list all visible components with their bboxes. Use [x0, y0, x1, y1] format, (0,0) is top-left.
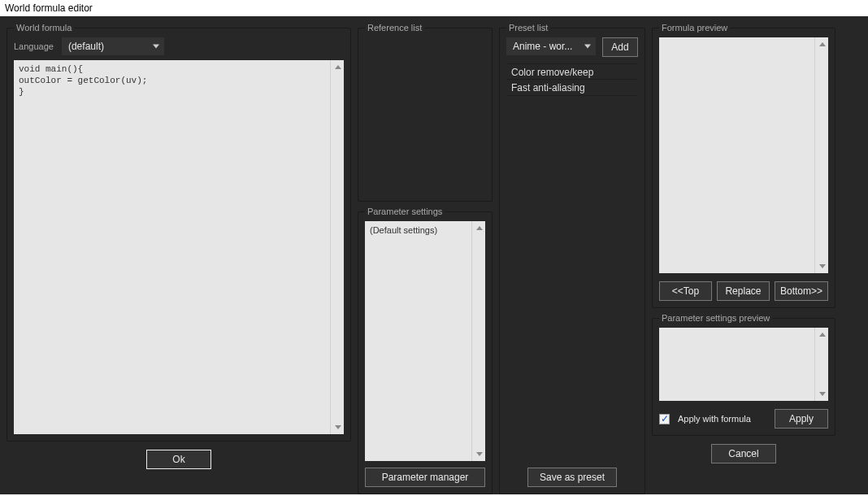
scrollbar[interactable]	[471, 221, 485, 461]
preset-dropdown[interactable]: Anime - wor...	[506, 37, 596, 55]
parameter-settings-preview-panel: Parameter settings preview ✓ Apply with …	[652, 313, 835, 436]
language-label: Language	[14, 41, 54, 51]
reference-list-panel: Reference list Here is the list of varia…	[358, 23, 493, 202]
cancel-button[interactable]: Cancel	[711, 444, 776, 463]
code-editor[interactable]: void main(){ outColor = getColor(uv); }	[14, 60, 344, 434]
language-dropdown-value: (default)	[68, 41, 104, 52]
parameter-settings-box[interactable]: (Default settings)	[365, 221, 485, 461]
reference-list-legend: Reference list	[365, 23, 424, 33]
add-preset-button[interactable]: Add	[602, 37, 638, 57]
scroll-down-icon[interactable]	[472, 447, 485, 461]
preset-list-panel: Preset list Anime - wor... Add Color rem…	[499, 23, 645, 494]
scrollbar[interactable]	[814, 37, 828, 273]
scrollbar[interactable]	[330, 60, 344, 434]
scroll-up-icon[interactable]	[815, 37, 828, 51]
parameter-settings-preview-legend: Parameter settings preview	[659, 313, 772, 323]
formula-preview-box[interactable]	[659, 37, 828, 273]
scroll-up-icon[interactable]	[472, 221, 485, 235]
replace-button[interactable]: Replace	[717, 281, 770, 301]
parameter-settings-panel: Parameter settings (Default settings) Pa…	[358, 207, 493, 494]
apply-with-formula-checkbox[interactable]: ✓	[659, 414, 670, 424]
scroll-down-icon[interactable]	[331, 420, 344, 434]
chevron-down-icon	[584, 45, 591, 49]
ok-button[interactable]: Ok	[146, 450, 211, 469]
world-formula-legend: World formula	[14, 23, 74, 33]
scroll-down-icon[interactable]	[815, 387, 828, 401]
world-formula-panel: World formula Language (default) void ma…	[7, 23, 351, 442]
main-area: World formula Language (default) void ma…	[0, 16, 868, 494]
preset-item[interactable]: Fast anti-aliasing	[506, 80, 638, 96]
formula-preview-content	[659, 37, 814, 273]
parameter-settings-preview-box[interactable]	[659, 328, 828, 401]
preset-list-legend: Preset list	[506, 23, 550, 33]
apply-button[interactable]: Apply	[775, 409, 828, 429]
save-as-preset-button[interactable]: Save as preset	[527, 468, 617, 487]
scroll-down-icon[interactable]	[815, 259, 828, 273]
parameter-settings-preview-content	[659, 328, 814, 401]
window-title: World formula editor	[0, 0, 868, 16]
bottom-button[interactable]: Bottom>>	[775, 281, 828, 301]
scroll-up-icon[interactable]	[815, 328, 828, 342]
formula-preview-legend: Formula preview	[659, 23, 730, 33]
checkmark-icon: ✓	[661, 414, 669, 424]
top-button[interactable]: <<Top	[659, 281, 712, 301]
language-dropdown[interactable]: (default)	[62, 37, 164, 55]
formula-preview-panel: Formula preview <<Top Replace Bottom>>	[652, 23, 835, 308]
code-editor-content: void main(){ outColor = getColor(uv); }	[14, 60, 330, 434]
parameter-settings-legend: Parameter settings	[365, 207, 445, 216]
apply-with-formula-label: Apply with formula	[678, 414, 751, 424]
parameter-manager-button[interactable]: Parameter manager	[365, 468, 485, 487]
parameter-settings-content: (Default settings)	[365, 221, 471, 461]
preset-dropdown-value: Anime - wor...	[513, 41, 572, 52]
scrollbar[interactable]	[814, 328, 828, 401]
preset-item[interactable]: Color remove/keep	[506, 63, 638, 80]
scroll-up-icon[interactable]	[331, 60, 344, 74]
chevron-down-icon	[153, 45, 159, 49]
preset-items: Color remove/keep Fast anti-aliasing	[506, 63, 638, 461]
